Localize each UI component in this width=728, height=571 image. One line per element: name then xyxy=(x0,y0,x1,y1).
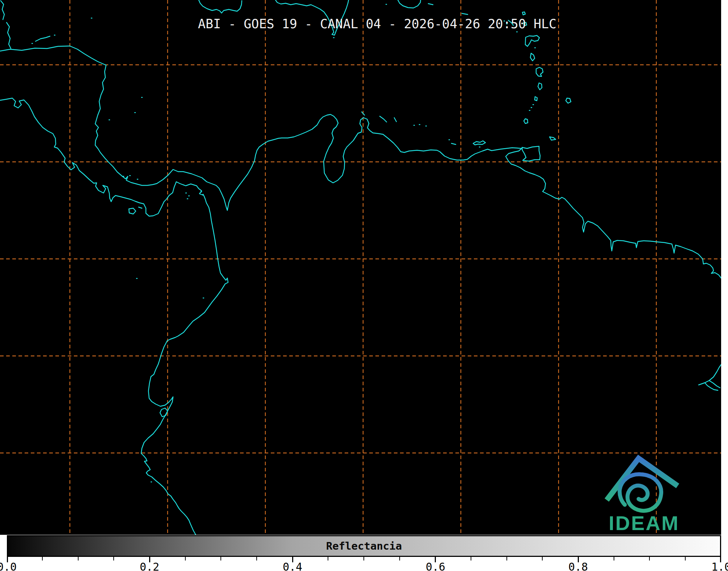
coastlines xyxy=(0,0,721,535)
colorbar: Reflectancia xyxy=(7,535,721,557)
colorbar-minor-tick xyxy=(363,557,364,560)
colorbar-ticks xyxy=(7,557,721,563)
coastline-fragments xyxy=(1,0,721,390)
colorbar-minor-tick xyxy=(328,557,328,560)
colorbar-minor-tick xyxy=(399,557,400,560)
coastline-caribbean-mainland xyxy=(0,46,721,278)
island-dashes xyxy=(35,4,513,208)
logo-mountain-icon xyxy=(607,458,678,500)
colorbar-tick-label: 1.0 xyxy=(711,560,728,571)
image-title: ABI - GOES 19 - CANAL 04 - 2026-04-26 20… xyxy=(198,17,556,31)
colorbar-tick-label: 0.6 xyxy=(426,560,445,571)
colorbar-minor-tick xyxy=(542,557,543,560)
ideam-logo: IDEAM xyxy=(607,458,679,534)
map-graphics: IDEAM xyxy=(0,0,721,535)
colorbar-minor-tick xyxy=(506,557,507,560)
colorbar-minor-tick xyxy=(113,557,114,560)
colorbar-tick-label: 0.0 xyxy=(0,560,17,571)
map-canvas: IDEAM ABI - GOES 19 - CANAL 04 - 2026-04… xyxy=(0,0,721,535)
colorbar-tick-label: 0.4 xyxy=(283,560,302,571)
colorbar-tick-label: 0.2 xyxy=(140,560,159,571)
colorbar-tick-label: 0.8 xyxy=(568,560,588,571)
colorbar-minor-tick xyxy=(78,557,79,560)
colorbar-minor-tick xyxy=(649,557,650,560)
colorbar-minor-tick xyxy=(220,557,221,560)
colorbar-label: Reflectancia xyxy=(326,540,402,552)
goes-satellite-product: IDEAM ABI - GOES 19 - CANAL 04 - 2026-04… xyxy=(0,0,728,571)
colorbar-minor-tick xyxy=(471,557,471,560)
islands xyxy=(129,12,571,417)
logo-cyclone-spiral-icon xyxy=(620,474,661,511)
colorbar-minor-tick xyxy=(614,557,614,560)
colorbar-minor-tick xyxy=(185,557,186,560)
graticule-grid xyxy=(0,0,721,535)
logo-text: IDEAM xyxy=(609,512,679,534)
colorbar-minor-tick xyxy=(42,557,43,560)
colorbar-minor-tick xyxy=(685,557,686,560)
island-dots xyxy=(32,4,535,482)
coastline-pacific-mainland xyxy=(0,98,228,535)
colorbar-minor-tick xyxy=(256,557,257,560)
